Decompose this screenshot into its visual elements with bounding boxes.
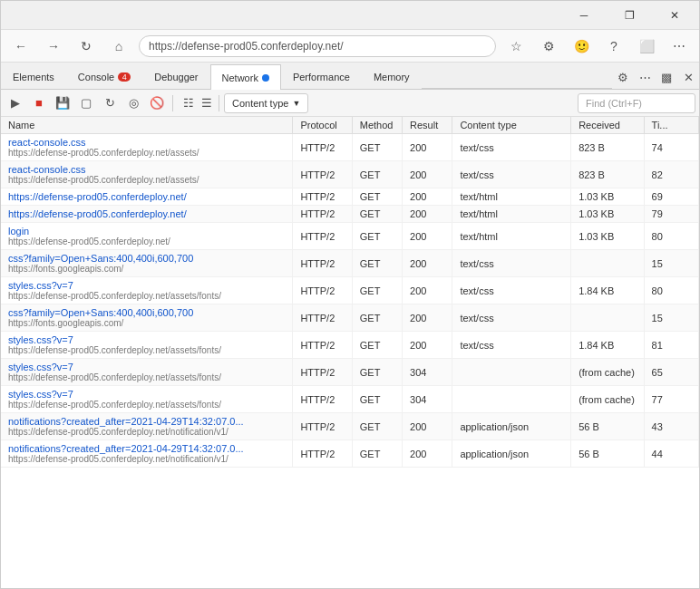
devtools-tab-bar: Elements Console 4 Debugger Network Perf… xyxy=(1,63,699,90)
row-url-text: https://defense-prod05.conferdeploy.net/… xyxy=(8,175,285,185)
tablet-button[interactable]: ⬜ xyxy=(634,34,659,59)
cell-received xyxy=(571,250,644,277)
cell-method: GET xyxy=(352,386,402,413)
col-protocol[interactable]: Protocol xyxy=(293,117,352,134)
clear-button[interactable]: ▢ xyxy=(75,92,97,114)
play-button[interactable]: ▶ xyxy=(5,92,26,114)
browser-toolbar: ← → ↻ ⌂ https://defense-prod05.conferdep… xyxy=(1,30,699,63)
menu-button[interactable]: ⋯ xyxy=(666,34,692,59)
row-name-text: styles.css?v=7 xyxy=(8,389,73,400)
table-row[interactable]: react-console.css https://defense-prod05… xyxy=(1,134,699,161)
cell-result: 200 xyxy=(403,277,452,304)
refresh-button[interactable]: ↻ xyxy=(73,34,99,59)
cell-method: GET xyxy=(352,332,402,359)
account-button[interactable]: 🙂 xyxy=(569,34,594,59)
save-button[interactable]: 💾 xyxy=(52,92,73,114)
table-row[interactable]: styles.css?v=7 https://defense-prod05.co… xyxy=(1,332,699,359)
home-button[interactable]: ⌂ xyxy=(106,34,131,59)
cell-time: 81 xyxy=(644,332,698,359)
bookmark-button[interactable]: ☆ xyxy=(503,34,529,59)
cell-time: 15 xyxy=(644,304,698,332)
col-method[interactable]: Method xyxy=(352,117,402,134)
cell-content-type: text/html xyxy=(452,188,571,206)
cell-name: styles.css?v=7 https://defense-prod05.co… xyxy=(1,359,293,386)
devtools-ellipsis-icon[interactable]: ⋯ xyxy=(634,66,656,88)
forward-button[interactable]: → xyxy=(41,34,66,59)
tab-memory[interactable]: Memory xyxy=(362,63,422,89)
cell-method: GET xyxy=(352,250,402,277)
tab-elements-label: Elements xyxy=(13,72,54,82)
cell-name: https://defense-prod05.conferdeploy.net/ xyxy=(1,188,293,206)
col-time[interactable]: Ti... xyxy=(644,117,698,134)
table-row[interactable]: styles.css?v=7 https://defense-prod05.co… xyxy=(1,277,699,304)
cell-result: 200 xyxy=(403,188,452,206)
cell-protocol: HTTP/2 xyxy=(293,161,352,188)
stop-button[interactable]: ■ xyxy=(28,92,50,114)
tab-network[interactable]: Network xyxy=(210,64,281,90)
cell-content-type: text/css xyxy=(452,250,571,277)
table-row[interactable]: css?family=Open+Sans:400,400i,600,700 ht… xyxy=(1,304,699,332)
cell-result: 200 xyxy=(403,250,452,277)
cell-received xyxy=(571,304,644,332)
cell-protocol: HTTP/2 xyxy=(293,277,352,304)
block-button[interactable]: 🚫 xyxy=(146,92,168,114)
search-input[interactable]: Find (Ctrl+F) xyxy=(578,93,695,113)
row-url-text: https://fonts.googleapis.com/ xyxy=(8,318,285,328)
table-row[interactable]: login https://defense-prod05.conferdeplo… xyxy=(1,223,699,250)
cell-method: GET xyxy=(352,277,402,304)
capture-button[interactable]: ◎ xyxy=(122,92,144,114)
close-button[interactable]: ✕ xyxy=(654,1,695,30)
tab-console[interactable]: Console 4 xyxy=(66,63,142,89)
devtools-sidebar-icon[interactable]: ▩ xyxy=(656,66,677,88)
col-received[interactable]: Received xyxy=(571,117,644,134)
console-badge: 4 xyxy=(118,72,131,82)
reload-button[interactable]: ↻ xyxy=(99,92,121,114)
cell-content-type: text/html xyxy=(452,206,571,223)
cell-time: 43 xyxy=(644,413,698,440)
cell-protocol: HTTP/2 xyxy=(293,440,352,468)
row-url-text: https://defense-prod05.conferdeploy.net/… xyxy=(8,400,285,410)
row-url-text: https://defense-prod05.conferdeploy.net/… xyxy=(8,345,285,355)
table-row[interactable]: react-console.css https://defense-prod05… xyxy=(1,161,699,188)
devtools-settings-icon[interactable]: ⚙ xyxy=(612,66,634,88)
back-button[interactable]: ← xyxy=(8,34,34,59)
table-header-row: Name Protocol Method Result Content type… xyxy=(1,117,699,134)
devtools-window: ─ ❐ ✕ ← → ↻ ⌂ https://defense-prod05.con… xyxy=(0,0,700,589)
table-row[interactable]: https://defense-prod05.conferdeploy.net/… xyxy=(1,206,699,223)
filter-icon[interactable]: ☷ xyxy=(178,92,199,114)
cell-time: 44 xyxy=(644,440,698,468)
address-bar[interactable]: https://defense-prod05.conferdeploy.net/ xyxy=(139,35,496,57)
table-row[interactable]: css?family=Open+Sans:400,400i,600,700 ht… xyxy=(1,250,699,277)
col-content-type[interactable]: Content type xyxy=(452,117,571,134)
col-name[interactable]: Name xyxy=(1,117,293,134)
col-result[interactable]: Result xyxy=(403,117,452,134)
tab-elements[interactable]: Elements xyxy=(1,63,66,89)
table-row[interactable]: notifications?created_after=2021-04-29T1… xyxy=(1,413,699,440)
cell-content-type: text/css xyxy=(452,161,571,188)
tab-debugger[interactable]: Debugger xyxy=(142,63,209,89)
cell-name: notifications?created_after=2021-04-29T1… xyxy=(1,413,293,440)
help-button[interactable]: ? xyxy=(601,34,627,59)
cell-result: 200 xyxy=(403,161,452,188)
cell-received: 1.03 KB xyxy=(571,206,644,223)
cell-content-type: application/json xyxy=(452,440,571,468)
cell-received: 823 B xyxy=(571,134,644,161)
cell-method: GET xyxy=(352,223,402,250)
cell-content-type xyxy=(452,359,571,386)
tab-performance[interactable]: Performance xyxy=(281,63,362,89)
table-row[interactable]: styles.css?v=7 https://defense-prod05.co… xyxy=(1,386,699,413)
row-name-text: styles.css?v=7 xyxy=(8,280,73,291)
table-row[interactable]: styles.css?v=7 https://defense-prod05.co… xyxy=(1,359,699,386)
cell-result: 200 xyxy=(403,223,452,250)
content-type-button[interactable]: Content type ▼ xyxy=(224,93,308,113)
minimize-button[interactable]: ─ xyxy=(563,1,605,30)
restore-button[interactable]: ❐ xyxy=(608,1,650,30)
cell-content-type: text/css xyxy=(452,332,571,359)
table-row[interactable]: notifications?created_after=2021-04-29T1… xyxy=(1,440,699,468)
extensions-button[interactable]: ⚙ xyxy=(536,34,561,59)
row-url-text: https://fonts.googleapis.com/ xyxy=(8,264,285,274)
table-row[interactable]: https://defense-prod05.conferdeploy.net/… xyxy=(1,188,699,206)
row-url-text: https://defense-prod05.conferdeploy.net/… xyxy=(8,427,285,437)
devtools-close-icon[interactable]: ✕ xyxy=(677,66,699,88)
cell-name: styles.css?v=7 https://defense-prod05.co… xyxy=(1,332,293,359)
